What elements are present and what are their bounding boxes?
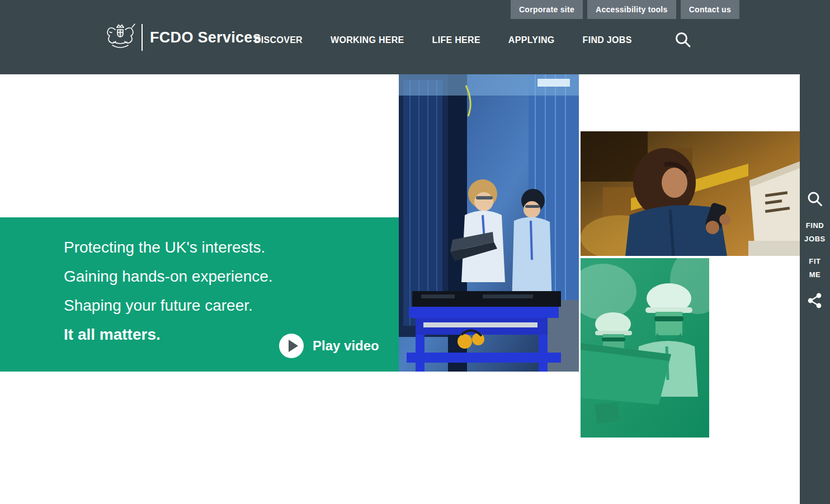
photo-engineers-green	[581, 258, 709, 438]
rail-find-jobs-line1: FIND	[804, 219, 826, 232]
hero-headline: Protecting the UK's interests. Gaining h…	[0, 217, 399, 349]
brand-divider	[142, 24, 143, 51]
rail-find-jobs-link[interactable]: FIND JOBS	[804, 219, 826, 246]
brand-logo[interactable]: FCDO Services	[104, 22, 261, 53]
nav-find-jobs[interactable]: FIND JOBS	[583, 35, 632, 45]
fcdo-services-careers-page: FIND JOBS FIT ME Corpo	[0, 0, 830, 504]
nav-applying[interactable]: APPLYING	[508, 35, 555, 45]
royal-crest-icon	[104, 22, 136, 53]
search-icon	[807, 191, 823, 209]
photo-server-room	[399, 74, 579, 372]
hero-line-1: Protecting the UK's interests.	[64, 233, 399, 262]
hero-banner: Protecting the UK's interests. Gaining h…	[0, 217, 399, 372]
brand-name: FCDO Services	[150, 29, 261, 46]
play-video-button[interactable]: Play video	[279, 334, 379, 358]
photo-warehouse-scanner	[581, 131, 800, 256]
hero-line-2: Gaining hands-on experience.	[64, 262, 399, 291]
rail-share-button[interactable]	[805, 292, 824, 311]
share-icon	[807, 292, 823, 311]
play-icon	[279, 334, 304, 358]
main-nav: DISCOVER WORKING HERE LIFE HERE APPLYING…	[254, 0, 691, 74]
header: Corporate site Accessibility tools Conta…	[0, 0, 830, 74]
hero-line-3: Shaping your future career.	[64, 291, 399, 320]
nav-discover[interactable]: DISCOVER	[254, 35, 303, 45]
play-video-label: Play video	[313, 338, 379, 354]
rail-fit-me-line1: FIT	[809, 255, 820, 268]
nav-life-here[interactable]: LIFE HERE	[432, 35, 480, 45]
rail-fit-me-line2: ME	[809, 268, 820, 282]
play-triangle-icon	[289, 340, 298, 352]
rail-search-button[interactable]	[805, 190, 824, 209]
rail-find-jobs-line2: JOBS	[804, 232, 826, 246]
nav-working-here[interactable]: WORKING HERE	[331, 35, 404, 45]
side-rail-content: FIND JOBS FIT ME	[800, 190, 830, 311]
header-search-button[interactable]	[675, 32, 691, 49]
search-icon	[675, 31, 691, 50]
side-rail: FIND JOBS FIT ME	[800, 0, 830, 504]
rail-fit-me-link[interactable]: FIT ME	[809, 255, 820, 282]
